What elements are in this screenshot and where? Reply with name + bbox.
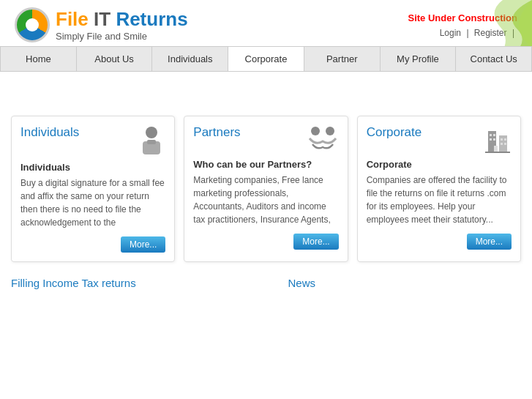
- individuals-card-text: Buy a digital signature for a small fee …: [20, 176, 165, 229]
- logo-it: IT: [94, 8, 116, 30]
- header: File IT Returns Simply File and Smile Si…: [0, 0, 532, 46]
- individuals-card: Individuals Individuals Buy a digital si…: [11, 116, 175, 262]
- svg-rect-12: [501, 138, 503, 141]
- handshake-icon: [307, 125, 339, 153]
- news-title: News: [288, 277, 522, 289]
- individuals-more-button[interactable]: More...: [121, 236, 165, 253]
- svg-rect-2: [147, 140, 156, 144]
- individuals-card-title: Individuals: [20, 125, 79, 140]
- main-nav: Home About Us Individuals Corporate Part…: [0, 46, 532, 72]
- news-col: News: [288, 277, 522, 294]
- svg-point-3: [311, 127, 320, 135]
- logo-tagline: Simply File and Smile: [56, 31, 188, 42]
- partners-card: Partners Who can be our Partners? Market…: [184, 116, 348, 262]
- nav-myprofile[interactable]: My Profile: [381, 47, 457, 71]
- nav-home[interactable]: Home: [0, 47, 77, 71]
- building-icon: [484, 125, 512, 153]
- bottom-row: Filling Income Tax returns News: [11, 277, 521, 294]
- logo-text: File IT Returns Simply File and Smile: [56, 8, 188, 42]
- logo: File IT Returns Simply File and Smile: [15, 7, 188, 42]
- svg-rect-16: [494, 146, 498, 152]
- corporate-card: Corporate Corporate Companies a: [357, 116, 521, 262]
- corporate-card-header: Corporate: [367, 125, 512, 153]
- corporate-card-subtitle: Corporate: [367, 159, 512, 170]
- logo-icon: [15, 7, 50, 42]
- partners-card-title: Partners: [193, 125, 240, 140]
- income-tax-title: Filling Income Tax returns: [11, 277, 244, 289]
- svg-rect-8: [490, 134, 492, 136]
- svg-point-4: [326, 127, 334, 135]
- nav-individuals[interactable]: Individuals: [152, 47, 228, 71]
- corporate-card-title: Corporate: [367, 125, 422, 140]
- nav-about[interactable]: About Us: [77, 47, 153, 71]
- cards-row: Individuals Individuals Buy a digital si…: [11, 116, 521, 262]
- income-tax-col: Filling Income Tax returns: [11, 277, 244, 294]
- partners-card-header: Partners: [193, 125, 338, 153]
- svg-rect-7: [485, 152, 510, 153]
- svg-rect-15: [504, 143, 506, 145]
- partners-card-subtitle: Who can be our Partners?: [193, 159, 338, 170]
- svg-rect-11: [493, 138, 495, 141]
- individuals-card-header: Individuals: [20, 125, 165, 156]
- decorative-wave: [371, 0, 532, 46]
- person-icon: [138, 125, 165, 156]
- partners-card-text: Marketing companies, Free lance marketin…: [193, 174, 338, 226]
- partners-more-button[interactable]: More...: [293, 234, 338, 250]
- nav-contactus[interactable]: Contact Us: [456, 47, 532, 71]
- logo-file: File: [56, 8, 89, 30]
- svg-point-0: [146, 127, 157, 138]
- corporate-card-text: Companies are offered the facility to fi…: [367, 174, 512, 226]
- main-content: Individuals Individuals Buy a digital si…: [0, 72, 532, 301]
- nav-corporate[interactable]: Corporate: [228, 47, 304, 71]
- nav-partner[interactable]: Partner: [304, 47, 381, 71]
- logo-returns: Returns: [116, 8, 187, 30]
- svg-rect-13: [504, 138, 506, 141]
- svg-rect-14: [501, 143, 503, 145]
- svg-rect-10: [490, 138, 492, 141]
- bottom-spacer: [259, 277, 274, 294]
- svg-rect-9: [493, 134, 495, 136]
- individuals-card-subtitle: Individuals: [20, 162, 165, 173]
- corporate-more-button[interactable]: More...: [467, 234, 512, 250]
- banner-spacer: [11, 79, 521, 101]
